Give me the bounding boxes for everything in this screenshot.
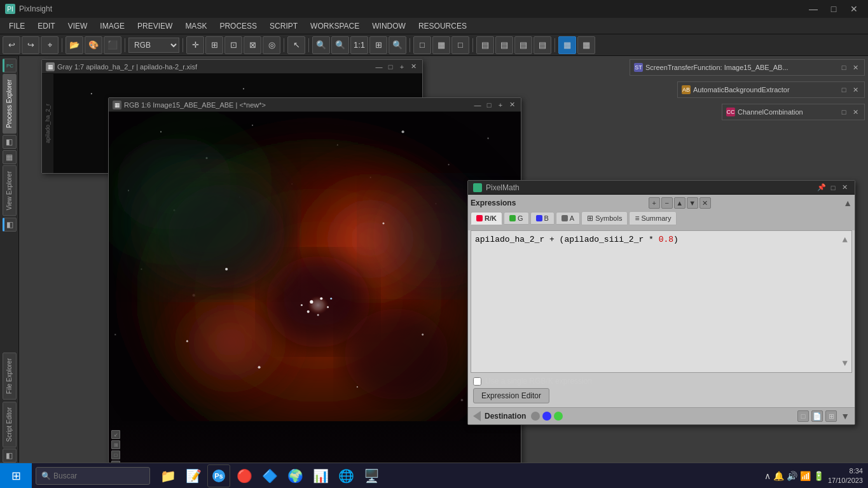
menu-mask[interactable]: MASK: [179, 20, 213, 32]
corner-icon-3[interactable]: □: [111, 450, 120, 459]
dest-btn-2[interactable]: 📄: [811, 410, 823, 422]
gray-max-btn[interactable]: □: [385, 62, 396, 72]
stf-button[interactable]: ▦: [558, 36, 576, 54]
menu-file[interactable]: FILE: [3, 20, 31, 32]
zoom-1-button[interactable]: 1:1: [350, 36, 368, 54]
menu-window[interactable]: WINDOW: [366, 20, 412, 32]
curve2-button[interactable]: ▤: [534, 36, 551, 54]
sidebar-tab-file-explorer[interactable]: File Explorer: [3, 352, 17, 400]
start-button[interactable]: ⊞: [0, 463, 32, 489]
abe-close-btn[interactable]: ✕: [850, 85, 860, 95]
rgb-close-btn[interactable]: ✕: [507, 100, 517, 110]
sidebar-icon-3[interactable]: ◧: [3, 218, 17, 232]
expr-down-btn[interactable]: ▼: [687, 197, 698, 209]
open-button[interactable]: 📂: [65, 36, 83, 54]
stf2-button[interactable]: ▦: [577, 36, 595, 54]
rgb-window-titlebar[interactable]: ▦ RGB 1:6 Image15_ABE_ABE_ABE | <*new*> …: [109, 98, 521, 112]
cc-restore-btn[interactable]: □: [839, 107, 849, 117]
dest-icon-green[interactable]: [554, 412, 563, 421]
zoom-center-button[interactable]: ⊠: [244, 36, 261, 54]
sidebar-icon-1[interactable]: ◧: [3, 135, 17, 149]
pm-pin-btn[interactable]: 📌: [816, 183, 827, 193]
menu-script[interactable]: SCRIPT: [263, 20, 304, 32]
dest-icon-gray[interactable]: [531, 412, 540, 421]
single-rgb-checkbox[interactable]: [473, 377, 481, 386]
curve-button[interactable]: ▤: [514, 36, 532, 54]
rgb-max-btn[interactable]: □: [484, 100, 494, 110]
color-button[interactable]: 🎨: [85, 36, 102, 54]
taskbar-icon-ps[interactable]: Ps: [207, 464, 230, 487]
undo-button[interactable]: ↩: [3, 36, 20, 54]
taskbar-icon-win[interactable]: 🖥️: [360, 464, 383, 487]
menu-edit[interactable]: EDIT: [31, 20, 61, 32]
menu-view[interactable]: VIEW: [62, 20, 94, 32]
dest-triangle-icon[interactable]: [473, 411, 481, 421]
menu-image[interactable]: IMAGE: [93, 20, 131, 32]
gray-min-btn[interactable]: —: [374, 62, 384, 72]
zoom-fit2-button[interactable]: ⊞: [369, 36, 387, 54]
expr-up-btn[interactable]: ▲: [674, 197, 685, 209]
taskbar-icon-blue[interactable]: 🔷: [258, 464, 281, 487]
sidebar-tab-script-editor[interactable]: Script Editor: [3, 401, 17, 447]
hist-button[interactable]: ▤: [476, 36, 494, 54]
zoom-out-button[interactable]: 🔍: [331, 36, 349, 54]
rgb-expand-btn[interactable]: +: [495, 100, 506, 110]
tab-r[interactable]: R/K: [471, 212, 502, 225]
minimize-button[interactable]: —: [804, 0, 822, 18]
taskbar-search-input[interactable]: [53, 471, 144, 480]
tab-b[interactable]: B: [530, 212, 555, 225]
destination-collapse-arrow[interactable]: ▼: [841, 411, 850, 421]
dest-btn-3[interactable]: ⊞: [825, 410, 837, 422]
taskbar-icon-chart[interactable]: 📊: [309, 464, 332, 487]
stf-restore-btn[interactable]: □: [839, 62, 849, 73]
close-button[interactable]: ✕: [845, 0, 863, 18]
pm-close-btn[interactable]: ✕: [839, 183, 850, 193]
sidebar-tab-view-explorer[interactable]: View Explorer: [3, 165, 17, 216]
expr-remove-btn[interactable]: −: [661, 197, 673, 209]
gray-close-btn[interactable]: ✕: [408, 62, 418, 72]
taskbar-icon-red[interactable]: 🔴: [233, 464, 256, 487]
redo-button[interactable]: ↪: [22, 36, 39, 54]
menu-preview[interactable]: PREVIEW: [131, 20, 179, 32]
sidebar-icon-2[interactable]: ▦: [3, 150, 17, 164]
tab-g[interactable]: G: [504, 212, 529, 225]
menu-resources[interactable]: RESOURCES: [412, 20, 473, 32]
expressions-collapse-arrow[interactable]: ▲: [843, 198, 852, 208]
taskbar-icon-mail[interactable]: 📝: [182, 464, 205, 487]
preview-button[interactable]: □: [413, 36, 431, 54]
stats-button[interactable]: ▤: [495, 36, 513, 54]
corner-icon-2[interactable]: ⊞: [111, 440, 120, 449]
taskbar-icon-earth[interactable]: 🌍: [284, 464, 307, 487]
corner-icon-1[interactable]: ↙: [111, 430, 120, 439]
channels-button[interactable]: ⬛: [104, 36, 121, 54]
sidebar-icon-explorer[interactable]: ◧: [3, 449, 17, 463]
scroll-up-arrow[interactable]: ▲: [843, 235, 848, 245]
maximize-button[interactable]: □: [825, 0, 843, 18]
tab-symbols[interactable]: ⊞ Symbols: [581, 211, 628, 225]
expression-editor-area[interactable]: apilado_ha_2_r + (apilado_siii_2_r * 0.8…: [471, 230, 852, 373]
zoom-fit-button[interactable]: ⊡: [224, 36, 242, 54]
sidebar-process-console[interactable]: PC: [3, 59, 17, 73]
preview2-button[interactable]: ▦: [432, 36, 450, 54]
expr-add-btn[interactable]: +: [649, 197, 660, 209]
scroll-down-arrow[interactable]: ▼: [843, 358, 848, 368]
cursor-button[interactable]: ⌖: [41, 36, 59, 54]
dest-btn-1[interactable]: □: [797, 410, 809, 422]
move-button[interactable]: ✛: [186, 36, 204, 54]
preview3-button[interactable]: □: [451, 36, 469, 54]
expr-clear-btn[interactable]: ✕: [699, 197, 711, 209]
taskbar-icon-files[interactable]: 📁: [156, 464, 179, 487]
tab-a[interactable]: A: [556, 212, 580, 225]
sidebar-tab-process-explorer[interactable]: Process Explorer: [3, 74, 17, 134]
taskbar-icon-chrome[interactable]: 🌐: [334, 464, 357, 487]
zoom-out2-button[interactable]: 🔍: [389, 36, 406, 54]
gray-window-titlebar[interactable]: ▦ Gray 1:7 apilado_ha_2_r | apilado-ha-2…: [42, 60, 422, 74]
menu-workspace[interactable]: WORKSPACE: [304, 20, 366, 32]
abe-restore-btn[interactable]: □: [839, 85, 849, 95]
pixelmath-titlebar[interactable]: PixelMath 📌 □ ✕: [468, 181, 855, 195]
zoom-target-button[interactable]: ◎: [263, 36, 280, 54]
cc-close-btn[interactable]: ✕: [850, 107, 860, 117]
expression-editor-button[interactable]: Expression Editor: [473, 388, 549, 403]
pm-restore-btn[interactable]: □: [828, 183, 838, 193]
dest-icon-blue[interactable]: [542, 412, 551, 421]
